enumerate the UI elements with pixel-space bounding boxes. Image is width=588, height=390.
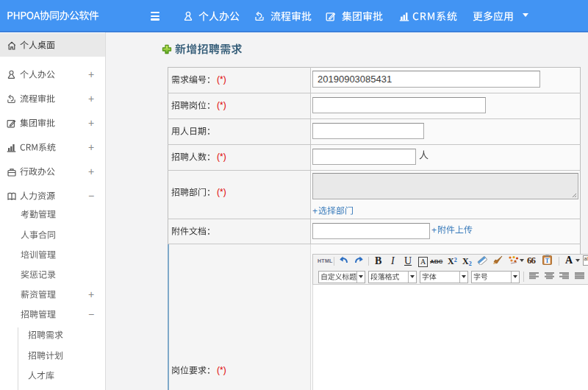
svg-text:T: T [545, 258, 550, 264]
